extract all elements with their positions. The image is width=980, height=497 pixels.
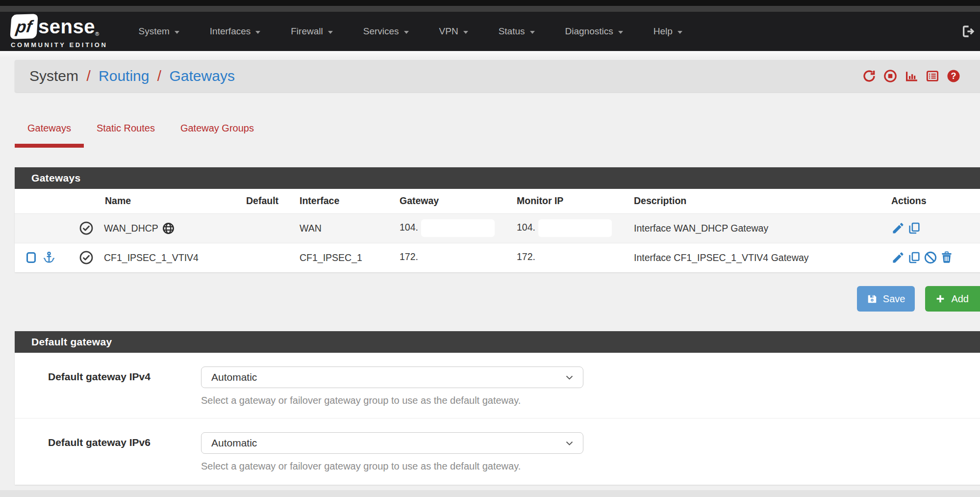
refresh-icon[interactable] [862,69,877,83]
top-navbar: pf sense ® COMMUNITY EDITION System Inte… [0,12,980,51]
gateway-default [241,243,295,272]
chevron-down-icon [255,31,260,34]
pf-logo-box: pf [10,14,38,39]
gateways-panel: Gateways Name Default Interface Gateway … [15,167,980,272]
anchor-icon [42,251,56,264]
globe-icon [162,222,175,235]
add-gateway-button[interactable]: Add [925,286,980,312]
redacted-ip [538,219,612,237]
delete-icon[interactable] [940,251,954,264]
nav-item-services[interactable]: Services [348,26,424,37]
brand-name: sense [38,17,95,36]
header-shadow [0,51,980,58]
window-title-strip [0,6,980,12]
redacted-ip [538,249,612,266]
form-row-ipv4: Default gateway IPv4 Automatic Select a … [15,353,980,406]
disable-icon[interactable] [924,251,937,264]
chevron-down-icon [328,31,333,34]
sign-out-icon[interactable] [960,24,976,39]
nav-item-help[interactable]: Help [638,26,698,37]
chevron-down-icon [404,31,409,34]
default-gateway-ipv6-label: Default gateway IPv6 [48,432,201,472]
redacted-ip [421,219,495,237]
col-description: Description [629,189,886,213]
chevron-down-icon [618,31,623,34]
gateways-table: Name Default Interface Gateway Monitor I… [15,189,980,272]
gateway-description: Interface WAN_DHCP Gateway [629,213,886,243]
edit-icon[interactable] [891,221,905,235]
breadcrumb-separator: / [82,68,94,84]
nav-item-interfaces[interactable]: Interfaces [195,26,276,37]
chevron-down-icon [678,31,682,34]
main-menu: System Interfaces Firewall Services VPN … [123,26,697,37]
stop-icon[interactable] [883,69,898,83]
monitor-ip: 172. [517,251,535,262]
gateways-panel-title: Gateways [15,167,980,189]
chevron-down-icon [463,31,468,34]
gateway-row-cf1-ipsec: CF1_IPSEC_1_VTIV4 CF1_IPSEC_1 172. 172. … [15,243,980,272]
save-icon [867,293,878,304]
copy-icon[interactable] [907,251,921,264]
breadcrumb-section: System [29,68,78,84]
gateway-online-icon [79,250,94,265]
redacted-ip [421,249,495,266]
chevron-down-icon [566,375,573,380]
col-monitor-ip: Monitor IP [512,189,629,213]
default-gateway-ipv4-select[interactable]: Automatic [201,366,583,388]
breadcrumb-link-gateways[interactable]: Gateways [170,68,235,84]
brand-subtitle: COMMUNITY EDITION [11,41,107,49]
default-gateway-ipv6-select[interactable]: Automatic [201,432,583,454]
plus-icon [935,293,946,304]
breadcrumb-link-routing[interactable]: Routing [99,68,149,84]
pfsense-logo[interactable]: pf sense ® COMMUNITY EDITION [11,14,107,49]
help-text: Select a gateway or failover gateway gro… [201,461,583,472]
col-gateway: Gateway [395,189,512,213]
table-actions-row: Save Add [15,286,980,312]
tab-gateways[interactable]: Gateways [15,123,84,148]
col-interface: Interface [295,189,395,213]
gateway-ip: 172. [400,251,418,262]
nav-item-firewall[interactable]: Firewall [276,26,348,37]
monitor-graph-icon[interactable] [904,69,919,83]
monitor-ip: 104. [517,222,535,233]
col-default: Default [241,189,295,213]
save-button[interactable]: Save [857,286,915,312]
help-icon[interactable]: ? [946,69,961,83]
gateway-row-wan-dhcp: WAN_DHCP WAN 104. 104. Interface WAN_DHC… [15,213,980,243]
default-gateway-ipv4-label: Default gateway IPv4 [48,366,201,406]
gateway-online-icon [79,221,94,235]
gateway-name: WAN_DHCP [104,223,158,234]
chevron-down-icon [566,441,573,445]
row-checkbox[interactable] [26,252,36,263]
gateway-interface: CF1_IPSEC_1 [295,243,395,272]
breadcrumb-separator: / [153,68,165,84]
breadcrumb: System / Routing / Gateways ? [15,60,980,92]
tab-bar: Gateways Static Routes Gateway Groups [15,123,980,148]
gateway-default [241,213,295,243]
nav-item-vpn[interactable]: VPN [424,26,483,37]
chevron-down-icon [175,31,179,34]
nav-item-status[interactable]: Status [483,26,550,37]
nav-item-diagnostics[interactable]: Diagnostics [550,26,638,37]
gateway-ip: 104. [400,222,418,233]
help-text: Select a gateway or failover gateway gro… [201,395,583,406]
log-list-icon[interactable] [925,69,940,83]
page-bottom-strip [0,490,980,497]
table-header-row: Name Default Interface Gateway Monitor I… [15,189,980,213]
copy-icon[interactable] [907,221,921,235]
col-name: Name [99,189,241,213]
svg-text:?: ? [951,71,956,81]
tab-gateway-groups[interactable]: Gateway Groups [168,123,267,148]
gateway-description: Interface CF1_IPSEC_1_VTIV4 Gateway [629,243,886,272]
gateway-name: CF1_IPSEC_1_VTIV4 [104,252,199,263]
edit-icon[interactable] [891,251,905,264]
nav-item-system[interactable]: System [123,26,194,37]
tab-static-routes[interactable]: Static Routes [84,123,168,148]
chevron-down-icon [530,31,535,34]
default-gateway-panel: Default gateway Default gateway IPv4 Aut… [15,331,980,485]
registered-mark: ® [95,31,99,37]
col-actions: Actions [886,189,980,213]
gateway-interface: WAN [295,213,395,243]
window-top-strip [0,0,980,6]
form-row-ipv6: Default gateway IPv6 Automatic Select a … [15,418,980,485]
